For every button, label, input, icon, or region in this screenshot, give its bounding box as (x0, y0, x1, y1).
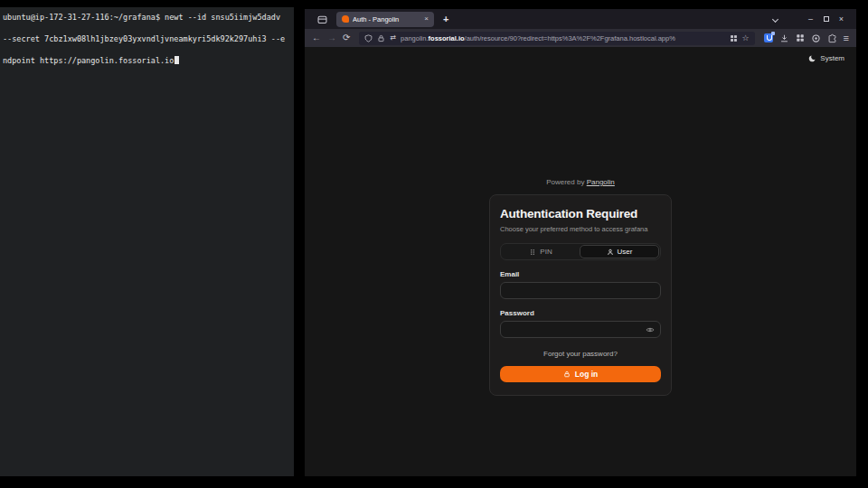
email-label: Email (500, 270, 661, 278)
auth-container: Powered by Pangolin Authentication Requi… (305, 178, 856, 396)
lock-icon[interactable] (377, 34, 385, 42)
password-label: Password (500, 309, 661, 317)
pangolin-link[interactable]: Pangolin (587, 178, 615, 186)
browser-nav-bar: ← → ⟳ ⇄ pangolin.fossorial.io/auth/resou… (305, 29, 856, 47)
apps-grid-icon[interactable] (796, 33, 805, 42)
terminal-line: --secret 7cbz1xw08lh1jbzey03yxvndljvneam… (3, 34, 285, 43)
auth-page: System Powered by Pangolin Authenticatio… (305, 47, 856, 476)
email-field-wrap (500, 282, 661, 299)
minimize-button[interactable]: – (803, 14, 818, 23)
theme-toggle[interactable]: System (808, 54, 844, 62)
container-swap-icon[interactable]: ⇄ (390, 33, 396, 42)
theme-label: System (820, 54, 844, 62)
moon-icon (808, 54, 816, 62)
tracking-protection-shield-icon[interactable] (364, 34, 373, 42)
url-domain: fossorial.io (429, 34, 465, 42)
terminal-window[interactable]: ubuntu@ip-172-31-27-116:~/grafana$ newt … (0, 7, 294, 476)
card-title: Authentication Required (500, 207, 661, 221)
tab-list-chevron-icon[interactable] (772, 15, 778, 22)
maximize-button[interactable] (818, 14, 834, 23)
url-bar[interactable]: ⇄ pangolin.fossorial.io/auth/resource/90… (359, 32, 754, 45)
tab-close-icon[interactable]: × (424, 15, 429, 23)
hamburger-menu-icon[interactable]: ≡ (844, 33, 849, 42)
powered-by: Powered by Pangolin (546, 178, 615, 186)
tab-pin[interactable]: PIN (502, 245, 580, 258)
url-prefix: pangolin. (401, 34, 428, 42)
url-path: /auth/resource/90?redirect=https%3A%2F%2… (465, 34, 675, 42)
terminal-cursor (175, 56, 179, 64)
user-icon (607, 249, 614, 256)
record-circle-icon[interactable] (811, 33, 821, 43)
extension-blue-icon[interactable] (764, 33, 773, 42)
forgot-password-link[interactable]: Forgot your password? (500, 350, 661, 358)
extensions-puzzle-icon[interactable] (827, 33, 837, 43)
card-subtitle: Choose your preferred method to access g… (500, 225, 661, 233)
close-button[interactable]: × (834, 14, 849, 23)
pangolin-favicon-icon (342, 15, 349, 23)
terminal-line: ubuntu@ip-172-31-27-116:~/grafana$ newt … (3, 13, 280, 22)
tabbar-right-controls: – × (773, 14, 856, 23)
email-input[interactable] (506, 286, 655, 295)
show-password-eye-icon[interactable] (646, 325, 655, 334)
browser-window: Auth - Pangolin × + – × ← → ⟳ (305, 9, 856, 476)
tab-title: Auth - Pangolin (353, 15, 420, 23)
password-field-wrap (500, 321, 661, 338)
tab-user[interactable]: User (580, 245, 659, 258)
forward-icon[interactable]: → (327, 33, 336, 42)
auth-card: Authentication Required Choose your pref… (489, 194, 672, 396)
page-action-grid-icon[interactable] (730, 34, 738, 42)
back-icon[interactable]: ← (312, 33, 321, 42)
password-input[interactable] (506, 325, 646, 333)
dialpad-icon (529, 249, 536, 256)
url-text: pangolin.fossorial.io/auth/resource/90?r… (401, 34, 724, 42)
terminal-line: ndpoint https://pangolin.fossorial.io (3, 56, 174, 65)
firefox-view-icon[interactable] (316, 14, 328, 25)
reload-icon[interactable]: ⟳ (343, 33, 350, 42)
auth-method-tabs: PIN User (500, 243, 661, 260)
browser-tab-bar: Auth - Pangolin × + – × (305, 9, 856, 29)
new-tab-button[interactable]: + (443, 14, 448, 24)
bookmark-star-icon[interactable]: ☆ (742, 33, 750, 42)
browser-tab-active[interactable]: Auth - Pangolin × (336, 12, 434, 27)
lock-icon (563, 371, 571, 378)
downloads-icon[interactable] (779, 33, 789, 43)
login-button[interactable]: Log in (500, 366, 661, 382)
